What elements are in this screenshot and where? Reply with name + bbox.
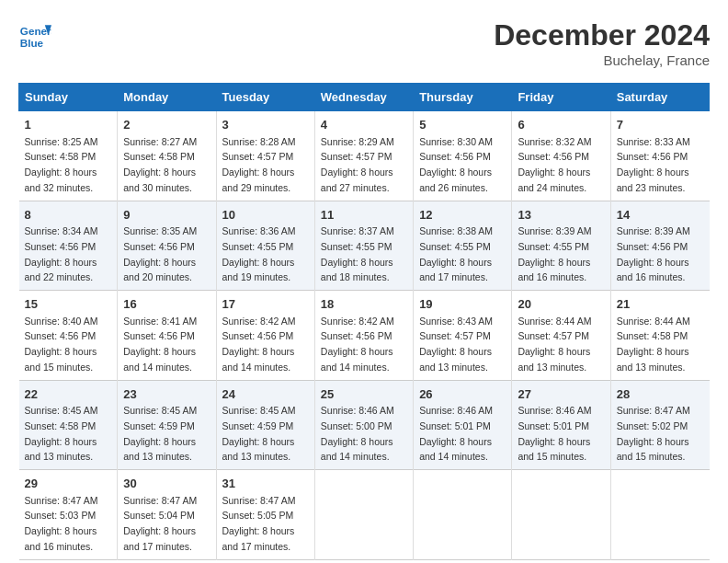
daylight-info: Daylight: 8 hours and 14 minutes. (123, 346, 196, 373)
calendar-cell: 10Sunrise: 8:36 AMSunset: 4:55 PMDayligh… (216, 201, 314, 291)
day-of-week-header: Sunday (19, 84, 118, 111)
sunrise-info: Sunrise: 8:45 AM (123, 405, 197, 416)
calendar-cell: 7Sunrise: 8:33 AMSunset: 4:56 PMDaylight… (610, 111, 709, 201)
calendar-cell: 8Sunrise: 8:34 AMSunset: 4:56 PMDaylight… (19, 201, 118, 291)
daylight-info: Daylight: 8 hours and 27 minutes. (321, 167, 393, 193)
sunrise-info: Sunrise: 8:43 AM (419, 316, 493, 327)
daylight-info: Daylight: 8 hours and 13 minutes. (518, 346, 590, 373)
calendar-cell: 21Sunrise: 8:44 AMSunset: 4:58 PMDayligh… (610, 291, 709, 381)
calendar-cell: 13Sunrise: 8:39 AMSunset: 4:55 PMDayligh… (512, 201, 610, 291)
logo: General Blue (18, 18, 51, 52)
calendar-cell: 27Sunrise: 8:46 AMSunset: 5:01 PMDayligh… (512, 380, 610, 470)
daylight-info: Daylight: 8 hours and 19 minutes. (222, 257, 295, 283)
sunrise-info: Sunrise: 8:25 AM (25, 136, 98, 147)
sunset-info: Sunset: 4:56 PM (25, 241, 97, 252)
calendar-week-row: 29Sunrise: 8:47 AMSunset: 5:03 PMDayligh… (19, 470, 710, 560)
calendar-header-row: SundayMondayTuesdayWednesdayThursdayFrid… (19, 84, 710, 111)
day-number: 25 (321, 385, 407, 404)
sunset-info: Sunset: 4:55 PM (321, 241, 392, 252)
calendar-cell: 26Sunrise: 8:46 AMSunset: 5:01 PMDayligh… (414, 380, 512, 470)
calendar-cell: 5Sunrise: 8:30 AMSunset: 4:56 PMDaylight… (414, 111, 512, 201)
daylight-info: Daylight: 8 hours and 16 minutes. (25, 525, 97, 552)
daylight-info: Daylight: 8 hours and 13 minutes. (419, 346, 492, 373)
calendar-week-row: 22Sunrise: 8:45 AMSunset: 4:58 PMDayligh… (19, 380, 710, 470)
location: Buchelay, France (494, 52, 710, 68)
sunset-info: Sunset: 5:02 PM (617, 420, 688, 431)
day-number: 2 (123, 116, 210, 134)
day-number: 7 (617, 116, 704, 134)
sunset-info: Sunset: 5:00 PM (321, 420, 392, 431)
daylight-info: Daylight: 8 hours and 14 minutes. (419, 436, 492, 463)
sunrise-info: Sunrise: 8:39 AM (518, 225, 591, 236)
day-of-week-header: Tuesday (216, 84, 314, 111)
daylight-info: Daylight: 8 hours and 26 minutes. (419, 167, 492, 193)
daylight-info: Daylight: 8 hours and 17 minutes. (123, 525, 196, 552)
sunset-info: Sunset: 4:57 PM (222, 151, 294, 162)
sunrise-info: Sunrise: 8:36 AM (222, 225, 296, 236)
day-number: 30 (123, 475, 210, 493)
calendar-cell: 22Sunrise: 8:45 AMSunset: 4:58 PMDayligh… (19, 380, 118, 470)
day-number: 1 (25, 116, 112, 134)
sunset-info: Sunset: 4:55 PM (518, 241, 589, 252)
sunset-info: Sunset: 4:56 PM (518, 151, 589, 162)
sunrise-info: Sunrise: 8:40 AM (25, 316, 98, 327)
calendar-cell (610, 470, 709, 560)
sunset-info: Sunset: 4:56 PM (321, 330, 392, 341)
daylight-info: Daylight: 8 hours and 13 minutes. (222, 436, 295, 463)
calendar-cell: 23Sunrise: 8:45 AMSunset: 4:59 PMDayligh… (118, 380, 216, 470)
calendar-cell (512, 470, 610, 560)
calendar-cell: 24Sunrise: 8:45 AMSunset: 4:59 PMDayligh… (216, 380, 314, 470)
sunset-info: Sunset: 4:56 PM (617, 151, 688, 162)
sunset-info: Sunset: 4:57 PM (419, 330, 491, 341)
daylight-info: Daylight: 8 hours and 16 minutes. (518, 257, 590, 283)
day-of-week-header: Thursday (414, 84, 512, 111)
calendar-cell: 3Sunrise: 8:28 AMSunset: 4:57 PMDaylight… (216, 111, 314, 201)
day-of-week-header: Monday (118, 84, 216, 111)
day-number: 28 (617, 385, 704, 404)
sunset-info: Sunset: 4:59 PM (222, 420, 294, 431)
sunrise-info: Sunrise: 8:44 AM (518, 316, 591, 327)
day-number: 26 (419, 385, 506, 404)
sunrise-info: Sunrise: 8:34 AM (25, 225, 98, 236)
sunset-info: Sunset: 5:05 PM (222, 510, 294, 521)
day-number: 22 (25, 385, 112, 404)
daylight-info: Daylight: 8 hours and 30 minutes. (123, 167, 196, 193)
daylight-info: Daylight: 8 hours and 20 minutes. (123, 257, 196, 283)
daylight-info: Daylight: 8 hours and 29 minutes. (222, 167, 295, 193)
sunset-info: Sunset: 4:59 PM (123, 420, 195, 431)
sunset-info: Sunset: 4:57 PM (321, 151, 392, 162)
sunrise-info: Sunrise: 8:46 AM (518, 405, 591, 416)
sunset-info: Sunset: 4:58 PM (25, 151, 97, 162)
sunrise-info: Sunrise: 8:47 AM (617, 405, 690, 416)
sunrise-info: Sunrise: 8:45 AM (222, 405, 296, 416)
month-title: December 2024 (494, 18, 710, 52)
daylight-info: Daylight: 8 hours and 15 minutes. (617, 436, 689, 463)
day-number: 18 (321, 295, 407, 314)
day-number: 4 (321, 116, 407, 134)
calendar-table: SundayMondayTuesdayWednesdayThursdayFrid… (18, 83, 710, 560)
daylight-info: Daylight: 8 hours and 13 minutes. (123, 436, 196, 463)
day-number: 8 (25, 206, 112, 224)
daylight-info: Daylight: 8 hours and 15 minutes. (518, 436, 590, 463)
sunset-info: Sunset: 4:55 PM (222, 241, 294, 252)
day-number: 12 (419, 206, 506, 224)
sunrise-info: Sunrise: 8:46 AM (419, 405, 493, 416)
day-number: 6 (518, 116, 604, 134)
svg-text:Blue: Blue (20, 37, 44, 49)
sunrise-info: Sunrise: 8:45 AM (25, 405, 98, 416)
sunset-info: Sunset: 4:56 PM (123, 330, 195, 341)
day-number: 13 (518, 206, 604, 224)
calendar-cell: 6Sunrise: 8:32 AMSunset: 4:56 PMDaylight… (512, 111, 610, 201)
day-number: 27 (518, 385, 604, 404)
day-number: 9 (123, 206, 210, 224)
day-number: 11 (321, 206, 407, 224)
sunrise-info: Sunrise: 8:39 AM (617, 225, 690, 236)
day-number: 19 (419, 295, 506, 314)
sunset-info: Sunset: 4:56 PM (222, 330, 294, 341)
daylight-info: Daylight: 8 hours and 32 minutes. (25, 167, 97, 193)
sunrise-info: Sunrise: 8:42 AM (321, 316, 394, 327)
daylight-info: Daylight: 8 hours and 24 minutes. (518, 167, 590, 193)
day-number: 29 (25, 475, 112, 493)
calendar-cell: 9Sunrise: 8:35 AMSunset: 4:56 PMDaylight… (118, 201, 216, 291)
calendar-cell (314, 470, 413, 560)
